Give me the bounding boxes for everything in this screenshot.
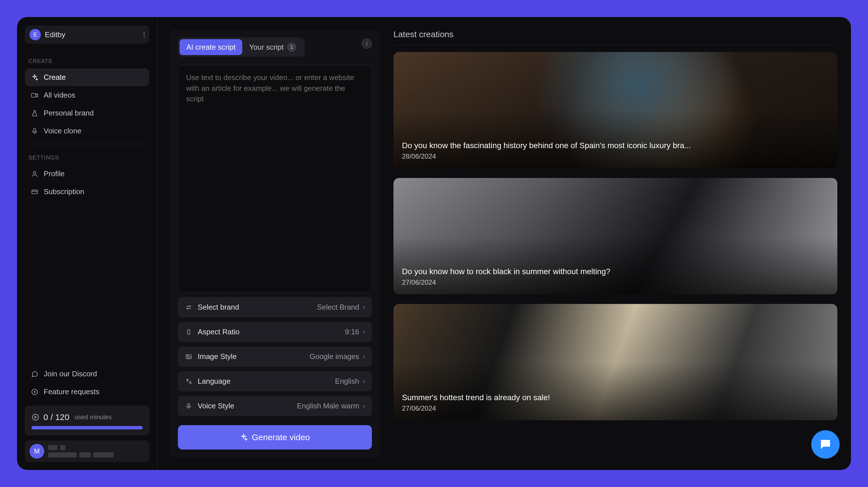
option-label: Aspect Ratio (198, 328, 240, 336)
option-brand[interactable]: Select brand Select Brand › (178, 297, 372, 317)
svg-rect-3 (32, 190, 37, 193)
sidebar-item-discord[interactable]: Join our Discord (25, 365, 149, 383)
option-image-style[interactable]: Image Style Google images › (178, 346, 372, 367)
sidebar-item-label: Feature requests (44, 387, 99, 396)
section-label-settings: SETTINGS (28, 154, 146, 161)
mic-icon (31, 127, 38, 135)
editor-panel: AI create script Your script 1 i (170, 30, 380, 457)
creations-panel: Latest creations Do you know the fascina… (394, 30, 837, 457)
card-date: 28/06/2024 (402, 152, 691, 160)
prompt-input-container (178, 65, 372, 293)
option-aspect-ratio[interactable]: Aspect Ratio 9:16 › (178, 322, 372, 342)
usage-label: used minutes (74, 414, 112, 421)
chat-icon (31, 370, 38, 378)
svg-point-2 (33, 172, 36, 174)
generate-button[interactable]: Generate video (178, 425, 372, 450)
chevron-right-icon: › (363, 303, 365, 312)
flask-icon (31, 109, 38, 117)
svg-rect-9 (188, 403, 189, 407)
section-label-create: CREATE (28, 58, 146, 64)
prompt-input[interactable] (186, 72, 364, 285)
language-icon (185, 377, 193, 386)
user-menu[interactable]: M (25, 440, 149, 462)
sidebar-item-profile[interactable]: Profile (25, 165, 149, 183)
usage-minutes: 0 / 120 (43, 413, 69, 422)
aspect-icon (185, 328, 193, 336)
mic-icon (185, 402, 193, 410)
main: AI create script Your script 1 i (157, 17, 851, 470)
card-date: 27/06/2024 (402, 278, 611, 286)
sliders-icon (185, 303, 193, 311)
option-value: English Male warm (297, 402, 360, 410)
creation-card[interactable]: Summer's hottest trend is already on sal… (394, 304, 837, 420)
tab-ai-script[interactable]: AI create script (180, 39, 242, 55)
chevron-right-icon: › (363, 328, 365, 336)
svg-rect-7 (186, 355, 191, 359)
svg-rect-0 (31, 93, 36, 97)
plus-circle-icon (31, 388, 38, 396)
sidebar-item-label: Subscription (44, 187, 84, 196)
info-button[interactable]: i (362, 39, 372, 49)
sidebar-item-label: Voice clone (44, 127, 82, 135)
tab-your-script[interactable]: Your script 1 (242, 39, 303, 55)
chat-bubble-icon (819, 437, 832, 451)
option-value: English (335, 377, 359, 386)
sidebar-item-create[interactable]: Create (25, 68, 149, 86)
sidebar-item-subscription[interactable]: Subscription (25, 183, 149, 201)
divider (27, 144, 147, 144)
workspace-avatar: E (30, 29, 41, 40)
option-label: Language (198, 377, 230, 386)
sparkles-icon (31, 73, 38, 82)
workspace-selector[interactable]: E Editby (25, 26, 149, 44)
svg-rect-1 (34, 128, 36, 132)
workspace-name: Editby (45, 30, 65, 39)
creation-card[interactable]: Do you know how to rock black in summer … (394, 178, 837, 294)
sidebar-item-label: All videos (44, 91, 75, 100)
option-language[interactable]: Language English › (178, 371, 372, 391)
video-icon (31, 91, 38, 99)
user-icon (31, 170, 38, 178)
user-avatar: M (30, 444, 44, 459)
sidebar-item-label: Create (44, 73, 66, 82)
more-icon[interactable] (144, 32, 145, 37)
info-icon: i (366, 40, 367, 47)
option-voice-style[interactable]: Voice Style English Male warm › (178, 396, 372, 416)
tab-badge: 1 (287, 42, 296, 52)
sidebar-item-personal-brand[interactable]: Personal brand (25, 104, 149, 122)
option-value: Select Brand (317, 303, 359, 312)
play-circle-icon (31, 413, 39, 421)
sidebar: E Editby CREATE Create All videos Person… (17, 17, 157, 470)
user-redacted (48, 445, 145, 457)
generate-label: Generate video (252, 432, 310, 442)
card-title: Do you know how to rock black in summer … (402, 267, 611, 276)
chat-fab[interactable] (811, 430, 840, 459)
creations-header: Latest creations (394, 30, 837, 45)
chevron-right-icon: › (363, 352, 365, 361)
sidebar-item-voice-clone[interactable]: Voice clone (25, 122, 149, 140)
script-tabs: AI create script Your script 1 (178, 37, 305, 57)
svg-rect-6 (187, 330, 190, 334)
sidebar-item-label: Profile (44, 170, 65, 178)
card-date: 27/06/2024 (402, 404, 550, 413)
option-label: Select brand (198, 303, 239, 312)
usage-card: 0 / 120 used minutes (25, 406, 149, 435)
image-icon (185, 353, 193, 361)
option-value: Google images (309, 352, 359, 361)
creation-card[interactable]: Do you know the fascinating history behi… (394, 52, 837, 168)
card-icon (31, 188, 38, 196)
sidebar-item-all-videos[interactable]: All videos (25, 86, 149, 104)
option-label: Voice Style (198, 402, 234, 410)
tab-label: AI create script (186, 43, 236, 52)
sidebar-item-label: Personal brand (44, 109, 94, 118)
usage-progress (31, 426, 143, 429)
sparkles-icon (240, 433, 248, 441)
sidebar-item-label: Join our Discord (44, 369, 97, 378)
svg-point-8 (187, 356, 188, 357)
tab-label: Your script (249, 43, 284, 52)
chevron-right-icon: › (363, 377, 365, 386)
sidebar-item-feature-requests[interactable]: Feature requests (25, 383, 149, 401)
option-value: 9:16 (345, 328, 360, 336)
card-title: Do you know the fascinating history behi… (402, 141, 691, 150)
option-label: Image Style (198, 352, 237, 361)
svg-point-5 (33, 414, 38, 420)
